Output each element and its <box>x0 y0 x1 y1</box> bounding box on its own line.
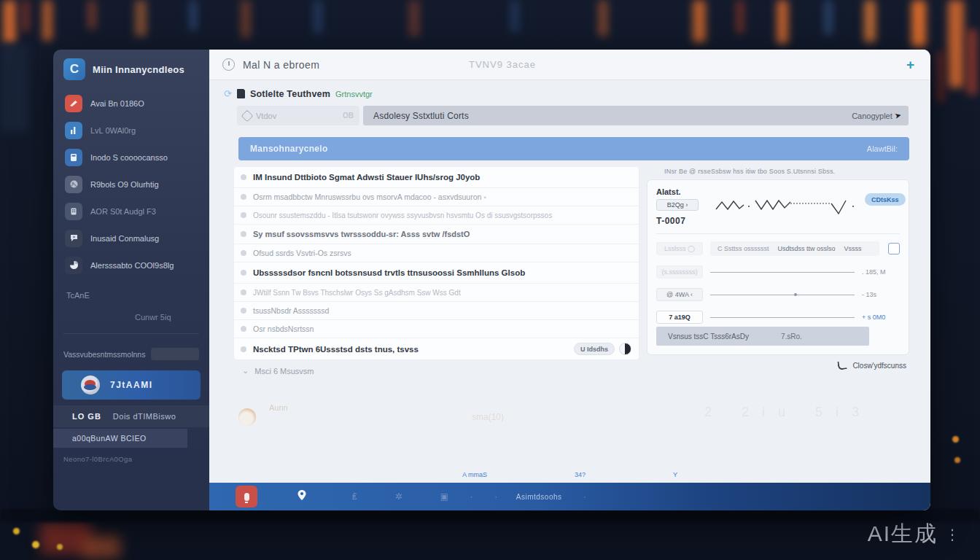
sidebar-item-label: Inodo S coooocansso <box>90 153 168 162</box>
bullet-icon <box>241 289 246 295</box>
document-icon <box>237 89 245 98</box>
list-item[interactable]: Osounr ssustemszddu - Itlsa tsutswonr ov… <box>234 206 639 225</box>
sidebar-item-label: LvL 0WAl0rg <box>90 126 136 135</box>
search-input[interactable] <box>256 112 322 120</box>
list-item[interactable]: tsussNbsdr Asssssssd <box>234 302 639 320</box>
sidebar: C Miin Innanycndleos Avai Bn 0186O LvL 0… <box>53 50 209 510</box>
preferences-link[interactable]: Closw'ydfscunss <box>647 355 909 370</box>
sidebar-item-3[interactable]: Inodo S coooocansso <box>61 146 202 168</box>
location-pin-icon[interactable] <box>297 489 307 504</box>
microphone-button[interactable] <box>236 486 257 508</box>
search-box[interactable]: OB <box>237 106 359 125</box>
slider-1[interactable] <box>710 268 855 277</box>
faded-avatar-icon <box>238 408 256 426</box>
sidebar-item-label: Inusaid Conmalusg <box>90 234 159 243</box>
watermark-dots: ⋮ <box>945 526 961 543</box>
sidebar-stats-row[interactable]: LO GB Dois dTIMBiswo <box>53 405 209 427</box>
device-button[interactable]: B2Qg › <box>656 199 699 211</box>
slider-3[interactable] <box>710 313 855 322</box>
building-icon <box>65 203 82 220</box>
panel-divider <box>656 233 900 234</box>
control-button-2[interactable]: @ 4WA ‹ <box>656 288 703 301</box>
control-button-1[interactable]: (s.ssssssss) <box>656 265 703 279</box>
sidebar-divider <box>63 333 199 334</box>
list-item[interactable]: IM Insund Dttbioto Sgmat Adwsti Stauer I… <box>234 167 639 188</box>
settings-icon[interactable]: ✲ <box>395 491 402 502</box>
control-row-1: (s.ssssssss) . 185, M <box>656 265 900 279</box>
category-dropdown[interactable]: Asdolesy Sstxtluti Corts Canogyplet ➤ <box>363 106 909 125</box>
taskbar-label[interactable]: Asimtdsoohs <box>516 493 562 501</box>
taskbar: ₤ ✲ ▣ · · Asimtdsoohs · <box>209 483 930 510</box>
photo-icon <box>65 176 82 193</box>
info-banner[interactable]: Mansohnarycnelo AlawtBil: <box>238 137 909 160</box>
toolbar-fade-button[interactable]: Lsslsss ◯ <box>656 242 703 255</box>
chevron-down-icon: ⌄ <box>242 366 249 376</box>
banner-action[interactable]: AlawtBil: <box>867 144 898 153</box>
dropdown-action-label: Canogyplet <box>852 112 892 120</box>
footer-link-3[interactable]: Y <box>673 471 677 478</box>
sidebar-item-6[interactable]: Inusaid Conmalusg <box>61 227 202 249</box>
list-item-text: Osr nsbdsNsrtssn <box>253 324 314 333</box>
list-item-text: tsussNbsdr Asssssssd <box>253 306 329 315</box>
list-item-text: Sy msuf ssovssmsvvs twrsssoddu-sr: Asss … <box>253 230 470 238</box>
bullet-icon <box>241 346 246 352</box>
list-item-collapsed[interactable]: ⌄ Msci 6 Msusvsm <box>233 360 639 376</box>
sidebar-nav: Avai Bn 0186O LvL 0WAl0rg Inodo S cooooc… <box>53 88 209 281</box>
sidebar-item-label: R9bols O9 Olurhtig <box>90 180 159 189</box>
microphone-icon <box>244 493 249 501</box>
sidebar-storage-row[interactable]: Vassvubesntmssmolnns <box>63 350 199 359</box>
device-id: T-0007 <box>656 216 707 226</box>
control-button-3[interactable]: 7 a19Q <box>656 311 703 324</box>
window-icon[interactable]: ▣ <box>440 491 448 502</box>
hook-icon <box>838 360 848 370</box>
faded-numbers: 2 2iu 5i3 <box>704 405 872 420</box>
stats-right: Dois dTIMBiswo <box>113 412 176 421</box>
main-area: Mal N a ebroem TVNV9 3acae + ⟳ Sotlelte … <box>209 50 930 510</box>
sidebar-item-7[interactable]: Alersssabto COOl9s8lg <box>61 254 202 276</box>
preferences-link-text: Closw'ydfscunss <box>852 362 906 370</box>
bullet-icon <box>241 174 246 180</box>
list-item[interactable]: Osr nsbdsNsrtssn <box>234 320 639 338</box>
titlebar: Mal N a ebroem TVNV9 3acae + <box>209 50 930 80</box>
list-item[interactable]: JWtilf Ssnn Tw Bsvs Thschslwr Osys Ss gA… <box>234 284 639 302</box>
footer-link-1[interactable]: A mmaS <box>462 471 487 478</box>
footer-bar-left: Vsnsus tssC Tsss6rAsDy <box>668 332 749 341</box>
device-column: Alatst. B2Qg › T-0007 <box>656 187 707 226</box>
toggle-switch[interactable] <box>619 343 631 355</box>
sidebar-header[interactable]: C Miin Innanycndleos <box>53 50 209 88</box>
footer-link-2[interactable]: 34? <box>575 471 586 478</box>
sidebar-item-2[interactable]: LvL 0WAl0rg <box>61 119 202 141</box>
toolbar-item-3[interactable]: Vssss <box>844 245 862 252</box>
list-item[interactable]: Sy msuf ssovssmsvvs twrsssoddu-sr: Asss … <box>234 225 639 244</box>
list-item-text: JWtilf Ssnn Tw Bsvs Thschslwr Osys Ss gA… <box>253 289 461 297</box>
status-badge[interactable]: U Idsdhs <box>574 343 615 355</box>
panel-footer-bar[interactable]: Vsnsus tssC Tsss6rAsDy 7.sRo. <box>656 327 869 346</box>
sidebar-profile-card[interactable]: 7JtAAMI <box>62 370 201 400</box>
list-item[interactable]: Ofsud ssrds Vsvtri-Os zsrsvs <box>234 244 639 262</box>
taskbar-dot: · <box>470 493 472 501</box>
sidebar-item-4[interactable]: R9bols O9 Olurhtig <box>61 173 202 195</box>
slider-2[interactable] <box>710 290 855 300</box>
sidebar-action-row[interactable]: a00qBunAW BCIEO <box>53 429 187 448</box>
taskbar-dot: · <box>494 493 497 501</box>
filter-row: OB Asdolesy Sstxtluti Corts Canogyplet ➤ <box>209 101 930 133</box>
currency-icon[interactable]: ₤ <box>352 491 357 502</box>
list-item[interactable]: Ubsssssdsor fsncnl botssnsusd trvtls ttn… <box>234 262 639 284</box>
toolbar-item-2[interactable]: Usdtsdss ttw osslso <box>778 245 836 252</box>
device-panel: INsr Be @ rsseSsbsw hss itiw tbo Soos S.… <box>647 166 909 370</box>
bullet-icon <box>241 250 246 256</box>
add-button[interactable]: + <box>906 58 914 71</box>
search-badge: OB <box>343 112 354 120</box>
checkbox[interactable] <box>888 243 900 254</box>
app-window: C Miin Innanycndleos Avai Bn 0186O LvL 0… <box>53 50 930 510</box>
status-pill[interactable]: CDtsKss <box>865 193 906 206</box>
dropdown-action[interactable]: Canogyplet ➤ <box>852 111 901 120</box>
sidebar-secondary-label[interactable]: Cunwr 5iq <box>53 300 209 322</box>
refresh-icon[interactable]: ⟳ <box>224 88 232 99</box>
toolbar-item-1[interactable]: C Ssttss osssssst <box>718 245 769 252</box>
sidebar-item-1[interactable]: Avai Bn 0186O <box>61 92 202 114</box>
list-item[interactable]: Nscktsd TPtwn 6Ussstsd dsts tnus, tsvss … <box>234 338 639 359</box>
list-item[interactable]: Osrm msadbbctw Mnruswssrbu ovs msorvA md… <box>234 188 639 206</box>
clock-icon <box>222 58 235 71</box>
sidebar-item-5[interactable]: AOR S0t Audgl F3 <box>61 200 202 222</box>
